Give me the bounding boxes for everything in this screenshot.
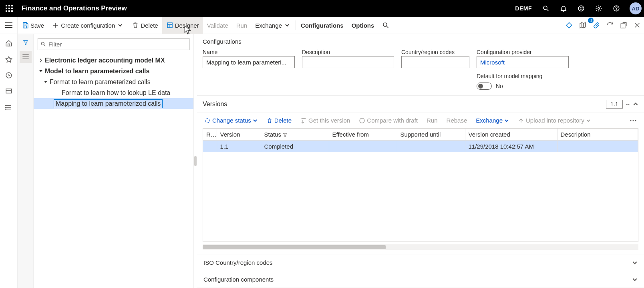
table-row[interactable]: 1.1 Completed 11/29/2018 10:42:57 AM [203, 141, 638, 153]
exchange-label: Exchange [255, 22, 282, 29]
get-version-label: Get this version [308, 117, 350, 124]
refresh-icon[interactable] [603, 18, 617, 32]
svg-rect-2 [11, 5, 13, 6]
versions-grid[interactable]: R... Version Status Effective from Suppo… [203, 128, 638, 242]
gear-icon[interactable] [592, 2, 606, 15]
cell-created: 11/29/2018 10:42:57 AM [465, 141, 557, 153]
col-status[interactable]: Status [261, 129, 329, 141]
workspaces-icon[interactable] [2, 85, 16, 98]
country-codes-field[interactable] [401, 56, 469, 68]
create-config-button[interactable]: Create configuration [48, 17, 128, 34]
options-button[interactable]: Options [348, 17, 378, 34]
default-mm-toggle[interactable] [477, 83, 492, 90]
validate-label: Validate [207, 22, 228, 29]
filter-field[interactable] [48, 41, 187, 48]
tree-item[interactable]: Format to learn how to lookup LE data [34, 87, 193, 98]
command-bar: Save Create configuration Delete Designe… [0, 17, 644, 34]
close-icon[interactable] [630, 18, 644, 32]
svg-rect-35 [8, 44, 10, 46]
configurations-button[interactable]: Configurations [297, 17, 348, 34]
svg-rect-38 [6, 89, 12, 93]
svg-rect-3 [6, 8, 7, 9]
iso-codes-expander[interactable]: ISO Country/region codes [197, 254, 644, 271]
svg-point-9 [543, 6, 547, 10]
cell-effective [329, 141, 397, 153]
save-button[interactable]: Save [18, 17, 48, 34]
diamond-icon[interactable] [562, 18, 576, 32]
compare-button: Compare with draft [356, 115, 421, 125]
tree-label: Mapping to learn parameterized calls [54, 99, 163, 108]
create-config-label: Create configuration [61, 22, 115, 29]
svg-marker-58 [284, 133, 287, 137]
filter-input[interactable] [38, 38, 189, 50]
splitter-grip[interactable] [194, 156, 197, 166]
smile-icon[interactable] [574, 2, 588, 15]
scrollbar-thumb[interactable] [203, 245, 386, 249]
modules-icon[interactable] [2, 101, 16, 114]
svg-rect-24 [167, 23, 172, 28]
col-description[interactable]: Description [557, 129, 638, 141]
home-icon[interactable] [2, 36, 16, 50]
svg-line-10 [547, 9, 549, 11]
help-icon[interactable] [610, 2, 623, 15]
more-icon[interactable] [626, 118, 640, 123]
col-effective[interactable]: Effective from [329, 129, 397, 141]
name-field[interactable]: Mapping to learn parameteri... [203, 56, 295, 68]
version-exchange-button[interactable]: Exchange [473, 115, 512, 125]
designer-button[interactable]: Designer [162, 17, 203, 34]
version-chip[interactable]: 1.1 [606, 100, 622, 109]
col-r[interactable]: R... [203, 129, 217, 141]
search-icon[interactable] [539, 2, 553, 15]
collapse-icon[interactable] [42, 80, 50, 84]
tree-item[interactable]: Model to learn parameterized calls [34, 66, 193, 77]
filter-pane-icon[interactable] [20, 36, 32, 48]
compare-label: Compare with draft [367, 117, 418, 124]
tree-item[interactable]: Electronic ledger accounting model MX [34, 55, 193, 66]
hamburger-icon[interactable] [0, 17, 18, 34]
nav-rail [0, 34, 18, 288]
get-version-button: Get this version [297, 115, 353, 125]
map-icon[interactable] [576, 18, 590, 32]
svg-point-57 [635, 120, 636, 121]
tree-item[interactable]: Format to learn parameterized calls [34, 77, 193, 87]
attachments-icon[interactable]: 0 [590, 18, 603, 32]
version-delete-button[interactable]: Delete [263, 115, 295, 125]
svg-point-50 [41, 42, 44, 45]
popout-icon[interactable] [617, 18, 630, 32]
splitter[interactable] [194, 34, 197, 288]
svg-rect-5 [11, 8, 13, 9]
svg-marker-36 [6, 56, 12, 62]
svg-point-13 [582, 8, 583, 8]
collapse-section-icon[interactable] [633, 101, 638, 107]
list-pane-icon[interactable] [20, 51, 32, 63]
tree-label: Format to learn parameterized calls [50, 79, 151, 86]
tree-item-selected[interactable]: Mapping to learn parameterized calls [34, 98, 193, 109]
exchange-button[interactable]: Exchange [251, 17, 295, 34]
default-mm-value: No [496, 83, 503, 89]
find-button[interactable] [378, 17, 393, 34]
favorite-icon[interactable] [2, 52, 16, 66]
expand-icon[interactable] [37, 58, 45, 62]
delete-button[interactable]: Delete [128, 17, 162, 34]
svg-line-51 [44, 45, 46, 46]
change-status-button[interactable]: Change status [201, 115, 261, 125]
horizontal-scrollbar[interactable] [203, 244, 638, 250]
app-launcher-icon[interactable] [2, 2, 16, 15]
user-avatar[interactable]: AD [630, 2, 642, 14]
collapse-icon[interactable] [37, 69, 45, 73]
col-version[interactable]: Version [217, 129, 261, 141]
provider-field[interactable]: Microsoft [477, 56, 569, 68]
svg-line-28 [387, 26, 389, 28]
chevron-down-icon [284, 23, 291, 28]
svg-marker-29 [566, 22, 572, 28]
col-created[interactable]: Version created [465, 129, 557, 141]
svg-point-16 [616, 10, 617, 10]
svg-point-12 [580, 8, 581, 8]
cell-supported [397, 141, 465, 153]
bell-icon[interactable] [557, 2, 570, 15]
description-field[interactable] [302, 56, 394, 68]
sub-rail [18, 34, 34, 288]
recent-icon[interactable] [2, 68, 16, 82]
col-supported[interactable]: Supported until [397, 129, 465, 141]
components-expander[interactable]: Configuration components [197, 271, 644, 288]
